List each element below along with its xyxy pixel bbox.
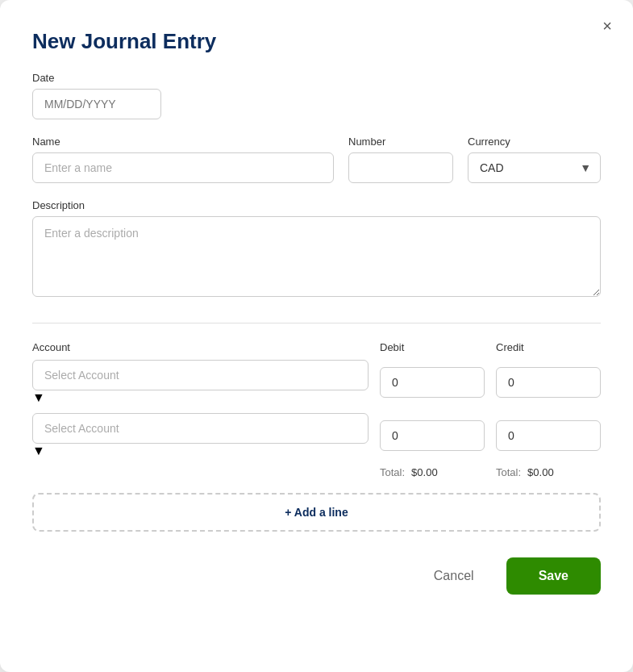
number-label: Number xyxy=(348,136,453,148)
account-chevron-icon-2: ▼ xyxy=(32,444,45,457)
debit-input-1[interactable] xyxy=(380,367,485,398)
date-input[interactable] xyxy=(32,89,161,119)
currency-field-group: Currency CAD USD EUR GBP ▼ xyxy=(468,136,601,183)
modal-title: New Journal Entry xyxy=(32,29,601,54)
currency-select[interactable]: CAD USD EUR GBP xyxy=(468,152,601,183)
credit-column-header: Credit xyxy=(496,341,601,353)
save-button[interactable]: Save xyxy=(506,557,601,595)
debit-total-label: Total: xyxy=(380,466,405,478)
section-divider xyxy=(32,323,601,323)
modal-container: × New Journal Entry Date Name Number JE1… xyxy=(0,0,633,672)
debit-input-2[interactable] xyxy=(380,420,485,451)
credit-total-label: Total: xyxy=(496,466,521,478)
table-row: Select Account ▼ xyxy=(32,360,601,405)
number-field-group: Number JE1 xyxy=(348,136,453,183)
name-label: Name xyxy=(32,136,334,148)
totals-row: Total: $0.00 Total: $0.00 xyxy=(32,466,601,478)
account-select-2[interactable]: Select Account xyxy=(32,413,369,444)
account-select-wrapper-2: Select Account ▼ xyxy=(32,413,369,458)
name-input[interactable] xyxy=(32,152,334,183)
date-label: Date xyxy=(32,72,601,84)
credit-input-2[interactable] xyxy=(496,420,601,451)
table-header: Account Debit Credit xyxy=(32,341,601,353)
account-select-1[interactable]: Select Account xyxy=(32,360,369,390)
credit-input-1[interactable] xyxy=(496,367,601,398)
name-field-group: Name xyxy=(32,136,334,183)
debit-column-header: Debit xyxy=(380,341,485,353)
description-section: Description xyxy=(32,199,601,300)
credit-total-block: Total: $0.00 xyxy=(496,466,601,478)
footer-buttons: Cancel Save xyxy=(32,557,601,595)
cancel-button[interactable]: Cancel xyxy=(414,559,493,593)
date-section: Date xyxy=(32,72,601,119)
account-select-wrapper-1: Select Account ▼ xyxy=(32,360,369,405)
description-label: Description xyxy=(32,199,601,211)
table-row: Select Account ▼ xyxy=(32,413,601,458)
add-line-button[interactable]: + Add a line xyxy=(32,493,601,532)
account-chevron-icon-1: ▼ xyxy=(32,390,45,404)
name-number-currency-row: Name Number JE1 Currency CAD USD EUR GBP… xyxy=(32,136,601,183)
description-input[interactable] xyxy=(32,216,601,297)
currency-label: Currency xyxy=(468,136,601,148)
debit-total-block: Total: $0.00 xyxy=(380,466,485,478)
credit-total-amount: $0.00 xyxy=(527,466,554,478)
close-button[interactable]: × xyxy=(599,15,615,37)
debit-total-amount: $0.00 xyxy=(411,466,438,478)
currency-select-wrapper: CAD USD EUR GBP ▼ xyxy=(468,152,601,183)
account-column-header: Account xyxy=(32,341,369,353)
number-input[interactable]: JE1 xyxy=(348,152,453,183)
